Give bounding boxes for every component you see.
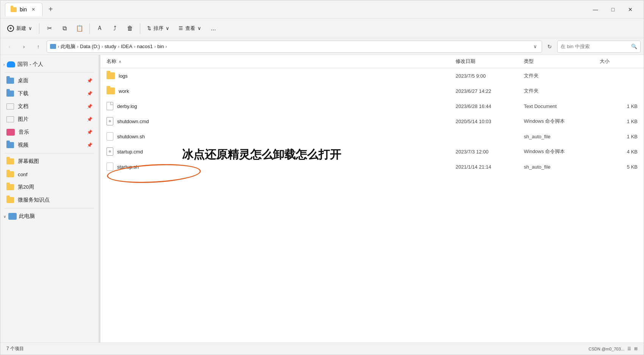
file-name-cell-shutdown-sh: shutdown.sh [107, 132, 456, 141]
file-row-startup-cmd[interactable]: ⊞ startup.cmd 2023/7/3 12:00 Windows 命令脚… [100, 144, 644, 159]
path-sep-0: › [58, 44, 59, 49]
path-segment-0: 此电脑 [61, 43, 75, 50]
file-type-startup-cmd: Windows 命令脚本 [524, 148, 600, 155]
sidebar-item-conf[interactable]: conf [0, 168, 99, 181]
tab-close-button[interactable]: ✕ [30, 6, 37, 13]
path-pc-icon [50, 44, 56, 49]
sidebar-item-guoyu[interactable]: › 国羽 - 个人 [0, 58, 99, 71]
documents-icon [6, 103, 14, 109]
file-row-startup-sh[interactable]: startup.sh 2021/1/14 21:14 sh_auto_file … [100, 159, 644, 174]
sort-button[interactable]: ⇅ 排序 ∨ [143, 23, 173, 34]
sidebar: › 国羽 - 个人 桌面 📌 下载 📌 文档 📌 [0, 55, 99, 342]
file-size-derby-log: 1 KB [600, 103, 638, 109]
sidebar-item-microservice[interactable]: 微服务知识点 [0, 194, 99, 206]
tab-area: bin ✕ + [5, 3, 587, 16]
tab-folder-icon [11, 7, 17, 12]
file-name-cell-shutdown-cmd: ⊞ shutdown.cmd [107, 117, 456, 125]
file-header: 名称 ∧ 修改日期 类型 大小 [100, 55, 644, 68]
cut-button[interactable]: ✂ [42, 22, 56, 35]
paste-button[interactable]: 📋 [73, 22, 86, 35]
file-size-shutdown-sh: 1 KB [600, 134, 638, 139]
sidebar-item-downloads[interactable]: 下载 📌 [0, 87, 99, 100]
guoyu-label: 国羽 - 个人 [17, 61, 43, 68]
addressbar-expand-button[interactable]: ∨ [532, 43, 539, 50]
file-date-logs: 2023/7/5 9:00 [456, 73, 524, 79]
up-button[interactable]: ↑ [32, 41, 44, 53]
col-header-date[interactable]: 修改日期 [456, 56, 524, 66]
forward-button[interactable]: › [18, 41, 30, 53]
view-button[interactable]: ☰ 查看 ∨ [175, 23, 205, 34]
tab-label: bin [20, 6, 27, 13]
sidebar-item-documents[interactable]: 文档 📌 [0, 100, 99, 113]
path-segment-4: nacos1 [137, 44, 153, 49]
col-header-type[interactable]: 类型 [524, 56, 600, 66]
tab-bin[interactable]: bin ✕ [5, 3, 42, 16]
thispc-icon [8, 213, 17, 220]
addressbar[interactable]: › 此电脑 › Data (D:) › study › IDEA › nacos… [47, 41, 542, 53]
doc-icon-derby-log [107, 102, 113, 110]
col-name-label: 名称 [107, 58, 116, 65]
minimize-button[interactable]: — [587, 3, 604, 16]
sort-icon: ⇅ [147, 25, 151, 31]
search-box: 🔍 [557, 41, 641, 53]
file-date-shutdown-cmd: 2020/5/14 10:03 [456, 119, 524, 124]
file-date-startup-cmd: 2023/7/3 12:00 [456, 149, 524, 155]
sidebar-item-videos[interactable]: 视频 📌 [0, 139, 99, 152]
file-row-derby-log[interactable]: derby.log 2023/6/28 16:44 Text Document … [100, 99, 644, 114]
file-row-logs[interactable]: logs 2023/7/5 9:00 文件夹 [100, 68, 644, 83]
refresh-button[interactable]: ↻ [544, 41, 555, 52]
path-sep-4: › [134, 44, 135, 49]
music-icon [6, 129, 15, 136]
more-button[interactable]: ... [207, 22, 220, 35]
guoyu-chevron: › [3, 63, 5, 67]
sidebar-item-pictures[interactable]: 图片 📌 [0, 113, 99, 126]
sidebar-item-music[interactable]: 音乐 📌 [0, 126, 99, 139]
file-row-work[interactable]: work 2023/6/27 14:22 文件夹 [100, 83, 644, 99]
sidebar-item-desktop[interactable]: 桌面 📌 [0, 74, 99, 87]
file-explorer-window: bin ✕ + — □ ✕ + 新建 ∨ ✂ ⧉ 📋 Ａ ⤴ 🗑 ⇅ 排序 ∨ [0, 0, 644, 355]
file-name-cell-startup-cmd: ⊞ startup.cmd [107, 147, 456, 156]
new-button[interactable]: + 新建 ∨ [3, 23, 36, 34]
search-input[interactable] [561, 44, 629, 49]
videos-pin-icon: 📌 [87, 142, 92, 148]
file-size-shutdown-cmd: 1 KB [600, 119, 638, 124]
copy-button[interactable]: ⧉ [58, 22, 71, 35]
file-name-shutdown-sh: shutdown.sh [117, 134, 145, 139]
pictures-pin-icon: 📌 [87, 117, 92, 122]
file-row-shutdown-cmd[interactable]: ⊞ shutdown.cmd 2020/5/14 10:03 Windows 命… [100, 114, 644, 129]
maximize-button[interactable]: □ [604, 3, 622, 16]
desktop-folder-icon [6, 78, 14, 84]
col-header-size[interactable]: 大小 [600, 56, 638, 66]
file-name-logs: logs [119, 73, 128, 79]
sidebar-item-thispc[interactable]: ∨ 此电脑 [0, 210, 99, 223]
file-type-shutdown-cmd: Windows 命令脚本 [524, 118, 600, 125]
sh-icon-startup-sh [107, 163, 113, 171]
downloads-pin-icon: 📌 [87, 91, 92, 96]
file-type-startup-sh: sh_auto_file [524, 164, 600, 170]
sidebar-item-screenshots[interactable]: 屏幕截图 [0, 155, 99, 168]
rename-button[interactable]: Ａ [93, 22, 107, 35]
addressbar-row: ‹ › ↑ › 此电脑 › Data (D:) › study › IDEA ›… [0, 38, 644, 55]
folder-icon-work [107, 88, 115, 94]
sidebar-item-week20[interactable]: 第20周 [0, 181, 99, 194]
desktop-pin-icon: 📌 [87, 78, 92, 83]
cloud-icon [7, 61, 15, 67]
file-type-logs: 文件夹 [524, 72, 600, 79]
delete-button[interactable]: 🗑 [123, 22, 137, 35]
col-header-name[interactable]: 名称 ∧ [107, 56, 456, 66]
documents-label: 文档 [18, 103, 28, 110]
file-row-shutdown-sh[interactable]: shutdown.sh sh_auto_file 1 KB [100, 129, 644, 144]
main-area: › 国羽 - 个人 桌面 📌 下载 📌 文档 📌 [0, 55, 644, 342]
toolbar: + 新建 ∨ ✂ ⧉ 📋 Ａ ⤴ 🗑 ⇅ 排序 ∨ ☰ 查看 ∨ ... [0, 19, 644, 38]
microservice-folder-icon [6, 197, 14, 203]
sidebar-divider-3 [5, 208, 94, 208]
new-tab-button[interactable]: + [45, 3, 57, 16]
close-button[interactable]: ✕ [622, 3, 639, 16]
back-button[interactable]: ‹ [3, 41, 16, 53]
screenshots-label: 屏幕截图 [18, 158, 39, 165]
view-label: 查看 [185, 25, 195, 32]
share-button[interactable]: ⤴ [108, 22, 122, 35]
week20-label: 第20周 [18, 184, 34, 191]
sidebar-divider-2 [5, 153, 94, 153]
pictures-label: 图片 [18, 116, 28, 123]
